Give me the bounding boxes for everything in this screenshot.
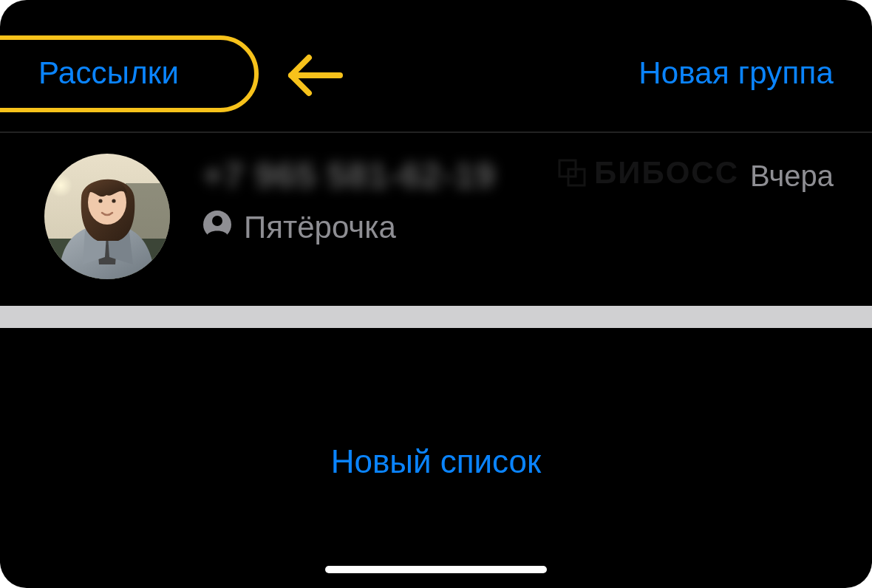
nav-bar: Рассылки Новая группа bbox=[0, 0, 872, 133]
screen: Рассылки Новая группа bbox=[0, 0, 872, 588]
new-list-button[interactable]: Новый список bbox=[331, 443, 542, 480]
new-group-button[interactable]: Новая группа bbox=[638, 58, 834, 89]
arrow-left-icon bbox=[287, 52, 344, 102]
svg-point-9 bbox=[212, 216, 222, 226]
person-icon bbox=[202, 210, 232, 245]
section-separator bbox=[0, 306, 872, 328]
chat-subtitle: Пятёрочка bbox=[202, 210, 834, 245]
watermark-text: БИБОСС bbox=[594, 155, 739, 191]
broadcast-list-row[interactable]: +7 965 581-62-19 Пятёрочка Вчера БИБОСС bbox=[0, 133, 872, 306]
home-indicator[interactable] bbox=[325, 566, 547, 573]
watermark: БИБОСС bbox=[557, 155, 739, 191]
chat-subtitle-text: Пятёрочка bbox=[244, 212, 396, 243]
back-button[interactable]: Рассылки bbox=[38, 58, 179, 89]
svg-point-7 bbox=[112, 199, 115, 202]
svg-point-6 bbox=[98, 199, 102, 202]
footer: Новый список bbox=[0, 443, 872, 480]
avatar bbox=[44, 154, 170, 279]
chat-timestamp: Вчера bbox=[750, 160, 834, 193]
